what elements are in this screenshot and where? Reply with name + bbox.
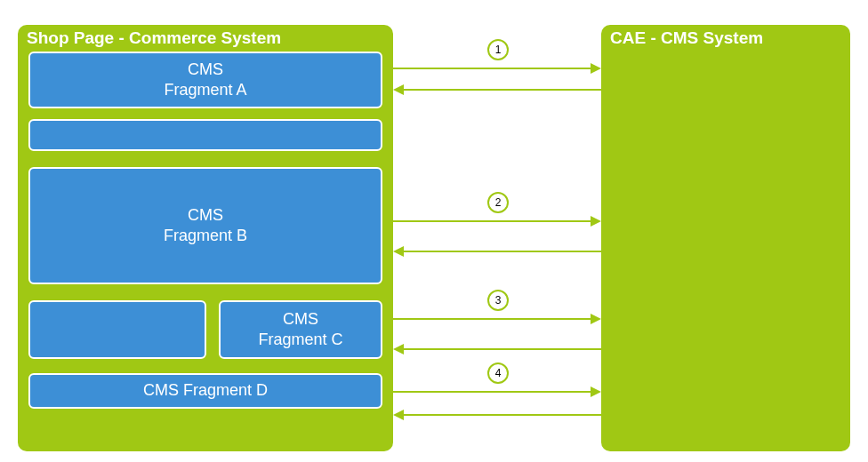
fragment-c-line2: Fragment C xyxy=(258,330,342,350)
arrow-2-request-line xyxy=(393,220,591,222)
step-number-4: 4 xyxy=(487,362,509,384)
cms-fragment-d: CMS Fragment D xyxy=(28,373,382,409)
arrow-2-response-head xyxy=(393,246,404,257)
step-number-1: 1 xyxy=(487,39,509,60)
arrow-3-response-line xyxy=(404,348,601,350)
cae-title: CAE - CMS System xyxy=(601,25,850,48)
shop-page-title: Shop Page - Commerce System xyxy=(18,25,393,48)
arrow-1-response-line xyxy=(404,89,601,91)
step-number-3: 3 xyxy=(487,290,509,311)
cms-fragment-a: CMS Fragment A xyxy=(28,52,382,108)
cms-fragment-c: CMS Fragment C xyxy=(219,300,382,359)
fragment-b-line2: Fragment B xyxy=(164,226,247,246)
step-number-2: 2 xyxy=(487,192,509,213)
small-fragment-left xyxy=(28,300,206,359)
arrow-1-request-head xyxy=(591,63,601,74)
cae-panel: CAE - CMS System xyxy=(601,25,850,451)
arrow-3-request-head xyxy=(591,314,601,324)
fragment-a-line2: Fragment A xyxy=(164,80,246,100)
arrow-3-request-line xyxy=(393,318,591,320)
arrow-4-response-head xyxy=(393,410,404,420)
fragment-b-line1: CMS xyxy=(188,205,223,226)
arrow-4-request-line xyxy=(393,391,591,393)
fragment-a-line1: CMS xyxy=(188,60,223,80)
spacer-fragment xyxy=(28,119,382,151)
arrow-1-request-line xyxy=(393,68,591,69)
arrow-1-response-head xyxy=(393,84,404,95)
fragment-c-line1: CMS xyxy=(283,309,318,330)
arrow-4-request-head xyxy=(591,386,601,397)
arrow-4-response-line xyxy=(404,414,601,416)
arrow-2-request-head xyxy=(591,216,601,227)
arrow-3-response-head xyxy=(393,344,404,354)
fragment-d-label: CMS Fragment D xyxy=(143,380,268,401)
arrow-2-response-line xyxy=(404,251,601,252)
cms-fragment-b: CMS Fragment B xyxy=(28,167,382,284)
